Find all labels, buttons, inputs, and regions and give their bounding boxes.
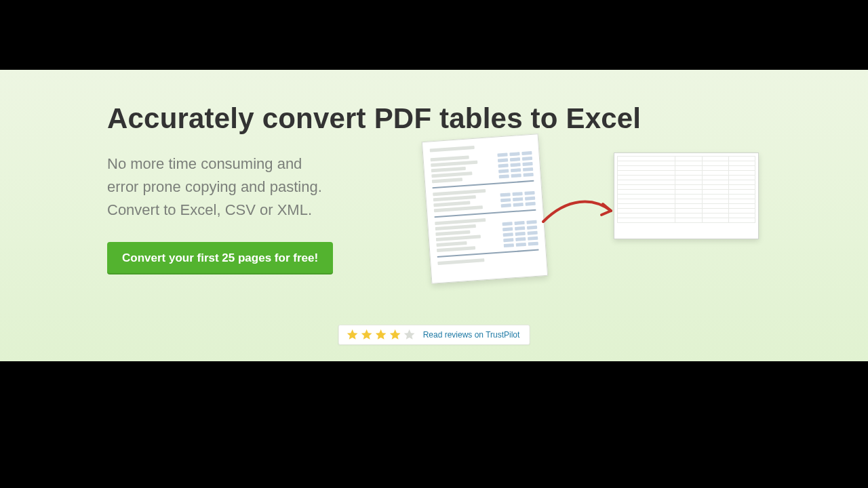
page-headline: Accurately convert PDF tables to Excel [107, 102, 772, 135]
convert-cta-button[interactable]: Convert your first 25 pages for free! [107, 242, 333, 274]
pdf-document-icon [422, 134, 548, 283]
star-icon [346, 328, 359, 342]
trustpilot-link[interactable]: Read reviews on TrustPilot [423, 330, 520, 340]
arrow-icon [540, 190, 622, 231]
star-icon [389, 328, 402, 342]
conversion-illustration [424, 132, 770, 281]
hero-section: Accurately convert PDF tables to Excel N… [0, 70, 868, 361]
star-rating [346, 328, 416, 342]
trustpilot-reviews-badge[interactable]: Read reviews on TrustPilot [338, 325, 530, 345]
sub-line-2: error prone copying and pasting. [107, 178, 322, 195]
page-subheading: No more time consuming and error prone c… [107, 152, 392, 222]
sub-line-3: Convert to Excel, CSV or XML. [107, 201, 312, 218]
star-icon [360, 328, 374, 342]
excel-spreadsheet-icon [614, 152, 759, 239]
star-icon [403, 328, 416, 342]
star-icon [374, 328, 388, 342]
sub-line-1: No more time consuming and [107, 155, 302, 172]
